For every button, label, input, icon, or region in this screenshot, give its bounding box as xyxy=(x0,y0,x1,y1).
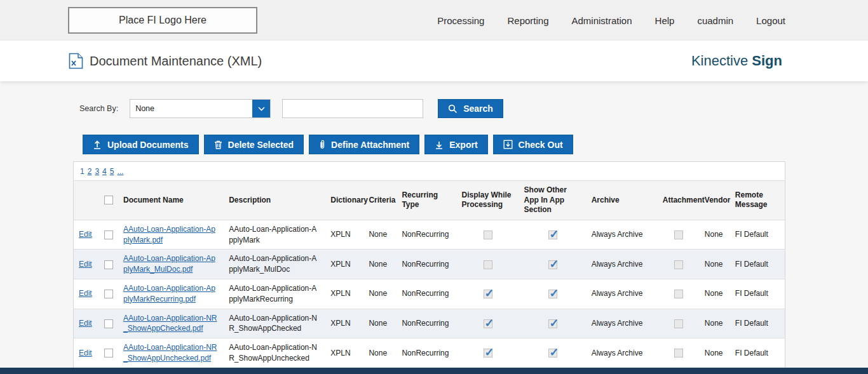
show-other-app-checkbox[interactable] xyxy=(548,290,557,298)
display-while-processing-checkbox[interactable] xyxy=(484,260,492,269)
top-nav: ProcessingReportingAdministrationHelpcua… xyxy=(437,15,785,26)
vendor-cell: None xyxy=(700,279,730,309)
page-title: Document Maintenance (XML) xyxy=(90,54,262,69)
show-other-app-checkbox[interactable] xyxy=(548,230,557,239)
description-cell: AAuto-Loan-Application-ApplyMark xyxy=(224,220,325,250)
delete-selected-button[interactable]: Delete Selected xyxy=(204,135,304,154)
document-name-link[interactable]: AAuto-Loan-Application-ApplyMark.pdf xyxy=(123,225,215,244)
checkout-icon xyxy=(503,140,513,149)
display-while-processing-checkbox[interactable] xyxy=(484,319,492,328)
edit-link[interactable]: Edit xyxy=(79,319,92,328)
row-select-checkbox[interactable] xyxy=(104,230,113,239)
display-while-processing-checkbox[interactable] xyxy=(484,290,492,298)
search-by-dropdown[interactable]: None xyxy=(130,99,271,118)
remote-message-cell: FI Default xyxy=(730,309,785,338)
edit-link[interactable]: Edit xyxy=(79,289,92,298)
row-select-checkbox[interactable] xyxy=(104,290,113,298)
description-cell: AAuto-Loan-Application-ApplyMarkRecurrin… xyxy=(224,279,325,309)
pagination: 12345... xyxy=(74,162,785,180)
nav-item-administration[interactable]: Administration xyxy=(572,15,632,26)
recurring-type-cell: NonRecurring xyxy=(397,279,456,309)
page-header: Document Maintenance (XML) Kinective Sig… xyxy=(0,41,868,81)
col-archive: Archive xyxy=(587,181,658,220)
select-all-checkbox[interactable] xyxy=(104,196,113,204)
page-link-2[interactable]: 2 xyxy=(88,167,92,176)
document-name-link[interactable]: AAuto-Loan-Application-NR_ShowAppUncheck… xyxy=(123,343,217,363)
attachment-checkbox[interactable] xyxy=(674,319,683,328)
col-attachment: Attachment xyxy=(658,181,700,220)
vendor-cell: None xyxy=(700,309,730,338)
attachment-checkbox[interactable] xyxy=(674,260,683,269)
edit-link[interactable]: Edit xyxy=(79,349,92,357)
description-cell: AAuto-Loan-Application-ApplyMark_MulDoc xyxy=(224,250,325,279)
recurring-type-cell: NonRecurring xyxy=(397,338,456,368)
dictionary-cell: XPLN xyxy=(325,338,363,368)
criteria-cell: None xyxy=(363,279,397,309)
dictionary-cell: XPLN xyxy=(325,220,363,250)
row-select-checkbox[interactable] xyxy=(104,319,113,328)
check-out-button[interactable]: Check Out xyxy=(493,135,573,154)
page-link-1[interactable]: 1 xyxy=(80,167,85,176)
archive-cell: Always Archive xyxy=(587,338,658,368)
nav-item-help[interactable]: Help xyxy=(655,15,675,26)
page-link-3[interactable]: 3 xyxy=(95,167,99,176)
table-row: EditAAuto-Loan-Application-NR_ShowAppUnc… xyxy=(74,338,785,368)
nav-item-cuadmin[interactable]: cuadmin xyxy=(697,15,733,26)
page-link-...[interactable]: ... xyxy=(117,167,123,176)
row-select-checkbox[interactable] xyxy=(104,349,113,357)
col-remote-message: Remote Message xyxy=(730,181,785,220)
document-name-link[interactable]: AAuto-Loan-Application-NR_ShowAppChecked… xyxy=(123,314,217,333)
show-other-app-checkbox[interactable] xyxy=(548,349,557,357)
remote-message-cell: FI Default xyxy=(730,220,785,250)
upload-documents-button[interactable]: Upload Documents xyxy=(83,135,199,154)
attachment-checkbox[interactable] xyxy=(674,230,683,239)
page-link-4[interactable]: 4 xyxy=(102,167,107,176)
export-button[interactable]: Export xyxy=(424,135,487,154)
dictionary-cell: XPLN xyxy=(325,250,363,279)
show-other-app-checkbox[interactable] xyxy=(548,319,557,328)
description-cell: AAuto-Loan-Application-NR_ShowAppUncheck… xyxy=(224,338,325,368)
search-button[interactable]: Search xyxy=(438,99,503,118)
edit-link[interactable]: Edit xyxy=(79,230,92,239)
archive-cell: Always Archive xyxy=(587,309,658,338)
document-name-link[interactable]: AAuto-Loan-Application-ApplyMarkRecurrin… xyxy=(123,284,215,304)
top-bar: Place FI Logo Here ProcessingReportingAd… xyxy=(0,0,868,41)
upload-icon xyxy=(93,140,102,149)
dictionary-cell: XPLN xyxy=(325,279,363,309)
display-while-processing-checkbox[interactable] xyxy=(484,230,492,239)
criteria-cell: None xyxy=(363,309,397,338)
attachment-checkbox[interactable] xyxy=(674,349,683,357)
row-select-checkbox[interactable] xyxy=(104,260,113,269)
display-while-processing-checkbox[interactable] xyxy=(484,349,492,357)
table-header-row: Document Name Description Dictionary Cri… xyxy=(74,181,785,220)
search-input[interactable] xyxy=(282,99,423,118)
brand-logo: Kinective Sign xyxy=(691,53,782,69)
criteria-cell: None xyxy=(363,250,397,279)
archive-cell: Always Archive xyxy=(587,220,658,250)
trash-icon xyxy=(214,140,222,149)
toolbar: Upload Documents Delete Selected Define … xyxy=(83,135,868,154)
nav-item-reporting[interactable]: Reporting xyxy=(507,15,548,26)
attachment-checkbox[interactable] xyxy=(674,290,683,298)
remote-message-cell: FI Default xyxy=(730,338,785,368)
nav-item-processing[interactable]: Processing xyxy=(437,15,484,26)
document-name-link[interactable]: AAuto-Loan-Application-ApplyMark_MulDoc.… xyxy=(123,254,215,274)
show-other-app-checkbox[interactable] xyxy=(548,260,557,269)
define-attachment-button[interactable]: Define Attachment xyxy=(309,135,419,154)
vendor-cell: None xyxy=(700,250,730,279)
criteria-cell: None xyxy=(363,220,397,250)
vendor-cell: None xyxy=(700,338,730,368)
col-show-other-app: Show Other App In App Section xyxy=(519,181,587,220)
documents-table-card: 12345... Document Name Description Dicti… xyxy=(73,161,785,374)
table-row: EditAAuto-Loan-Application-ApplyMark_Mul… xyxy=(74,250,785,279)
page-link-5[interactable]: 5 xyxy=(110,167,114,176)
description-cell: AAuto-Loan-Application-NR_ShowAppChecked xyxy=(224,309,325,338)
recurring-type-cell: NonRecurring xyxy=(397,309,456,338)
chevron-down-icon[interactable] xyxy=(252,100,270,117)
edit-link[interactable]: Edit xyxy=(79,260,92,269)
col-document-name: Document Name xyxy=(118,181,224,220)
nav-item-logout[interactable]: Logout xyxy=(756,15,785,26)
paperclip-icon xyxy=(319,140,325,149)
xml-document-icon xyxy=(69,53,83,69)
col-recurring-type: Recurring Type xyxy=(397,181,456,220)
